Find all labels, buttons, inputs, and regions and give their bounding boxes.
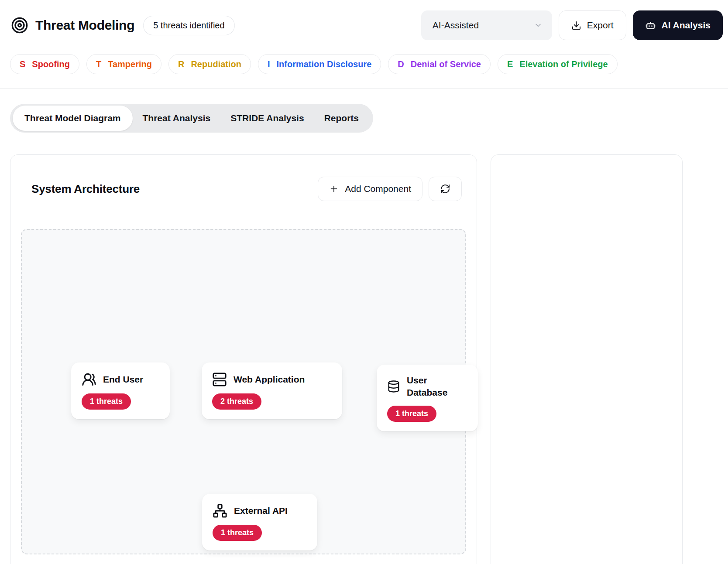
component-name: End User: [103, 373, 143, 386]
ai-analysis-button-label: AI Analysis: [662, 20, 711, 31]
bot-icon: [645, 20, 656, 31]
threat-detail-panel: [491, 154, 683, 564]
component-name: User Database: [407, 374, 467, 399]
component-name: Web Application: [234, 373, 305, 386]
app-header: Threat Modeling 5 threats identified AI-…: [10, 10, 723, 41]
panel-actions: Add Component: [318, 177, 462, 201]
ai-analysis-button[interactable]: AI Analysis: [633, 10, 723, 40]
database-icon: [387, 380, 400, 393]
header-controls: AI-Assisted Export AI Analysis: [421, 10, 723, 40]
mode-select[interactable]: AI-Assisted: [421, 10, 552, 40]
stride-label: Information Disclosure: [277, 59, 372, 69]
stride-badge-tampering: T Tampering: [86, 54, 161, 74]
stride-label: Repudiation: [191, 59, 241, 69]
component-user-database[interactable]: User Database 1 threats: [377, 365, 478, 431]
stride-badge-denial-of-service: D Denial of Service: [388, 54, 491, 74]
add-component-button[interactable]: Add Component: [318, 177, 422, 201]
stride-badge-repudiation: R Repudiation: [168, 54, 251, 74]
tab-reports[interactable]: Reports: [314, 106, 369, 130]
stride-badge-elevation-of-privilege: E Elevation of Privilege: [498, 54, 618, 74]
page-title: Threat Modeling: [35, 18, 134, 33]
tab-stride-analysis[interactable]: STRIDE Analysis: [220, 106, 314, 130]
stride-letter: R: [178, 59, 184, 69]
threats-identified-badge: 5 threats identified: [143, 16, 234, 35]
stride-badge-spoofing: S Spoofing: [10, 54, 79, 74]
stride-label: Tampering: [108, 59, 152, 69]
stride-letter: T: [96, 59, 101, 69]
add-component-label: Add Component: [345, 184, 411, 194]
threat-count-badge: 1 threats: [82, 393, 131, 410]
threat-count-badge: 1 threats: [213, 525, 262, 541]
stride-letter: E: [507, 59, 513, 69]
panel-header: System Architecture Add Component: [21, 177, 466, 201]
users-icon: [82, 372, 96, 387]
component-external-api[interactable]: External API 1 threats: [202, 494, 317, 550]
stride-label: Elevation of Privilege: [519, 59, 608, 69]
export-button[interactable]: Export: [559, 10, 626, 40]
stride-legend: S Spoofing T Tampering R Repudiation I I…: [10, 54, 718, 74]
stride-letter: D: [398, 59, 404, 69]
threat-count-badge: 2 threats: [212, 393, 261, 410]
component-header: External API: [213, 503, 307, 518]
refresh-icon: [440, 184, 450, 194]
component-header: User Database: [387, 374, 467, 399]
stride-letter: I: [268, 59, 270, 69]
component-header: End User: [82, 372, 159, 387]
network-icon: [213, 503, 227, 518]
component-end-user[interactable]: End User 1 threats: [71, 362, 170, 419]
diagram-canvas[interactable]: End User 1 threats Web Application 2 thr…: [21, 229, 466, 554]
component-header: Web Application: [212, 372, 332, 387]
main-content: System Architecture Add Component: [10, 154, 728, 564]
tab-bar: Threat Model Diagram Threat Analysis STR…: [10, 104, 373, 133]
chevron-down-icon: [534, 21, 543, 30]
component-name: External API: [234, 505, 288, 517]
target-icon: [11, 17, 28, 34]
stride-badge-information-disclosure: I Information Disclosure: [258, 54, 381, 74]
stride-label: Spoofing: [32, 59, 70, 69]
tab-threat-analysis[interactable]: Threat Analysis: [133, 106, 221, 130]
refresh-button[interactable]: [429, 177, 462, 201]
tab-threat-model-diagram[interactable]: Threat Model Diagram: [13, 106, 133, 131]
server-icon: [212, 372, 227, 387]
stride-label: Denial of Service: [411, 59, 481, 69]
panel-title: System Architecture: [31, 182, 140, 196]
plus-icon: [329, 184, 339, 194]
section-divider: [0, 88, 728, 89]
download-icon: [571, 21, 581, 31]
stride-letter: S: [20, 59, 25, 69]
component-web-application[interactable]: Web Application 2 threats: [202, 362, 342, 419]
export-button-label: Export: [587, 20, 614, 31]
threat-count-badge: 1 threats: [387, 406, 436, 422]
system-architecture-panel: System Architecture Add Component: [10, 154, 477, 564]
mode-select-value: AI-Assisted: [433, 20, 479, 31]
